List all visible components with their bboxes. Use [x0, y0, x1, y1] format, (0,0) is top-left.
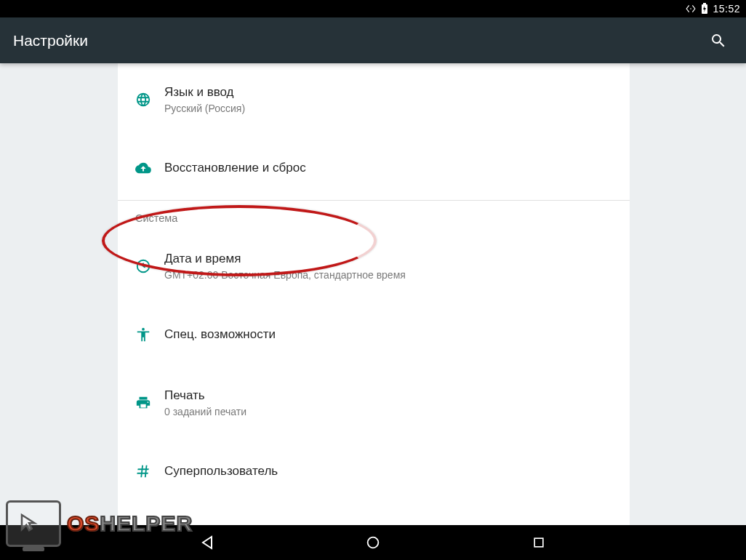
nav-back-button[interactable]	[190, 525, 225, 560]
recents-icon	[532, 535, 546, 550]
status-time: 15:52	[713, 3, 740, 15]
back-icon	[198, 534, 216, 551]
printer-icon	[135, 395, 164, 411]
item-accessibility[interactable]: Спец. возможности	[118, 303, 630, 367]
item-developer-options[interactable]: Для разработчиков	[118, 503, 630, 525]
item-language-input[interactable]: Язык и ввод Русский (Россия)	[118, 63, 630, 136]
item-superuser[interactable]: Суперпользователь	[118, 439, 630, 503]
svg-point-0	[691, 8, 692, 9]
search-icon	[710, 32, 727, 49]
nav-recents-button[interactable]	[521, 525, 556, 560]
item-date-time[interactable]: Дата и время GMT+02:00 Восточная Европа,…	[118, 230, 630, 303]
clock-icon	[135, 258, 164, 274]
settings-list: Язык и ввод Русский (Россия) Восстановле…	[118, 63, 630, 525]
item-label: Суперпользователь	[164, 463, 612, 479]
item-sublabel: Русский (Россия)	[164, 102, 612, 115]
item-label: Восстановление и сброс	[164, 160, 612, 176]
item-label: Язык и ввод	[164, 84, 612, 100]
battery-icon	[701, 3, 708, 15]
item-printing[interactable]: Печать 0 заданий печати	[118, 367, 630, 439]
item-sublabel: GMT+02:00 Восточная Европа, стандартное …	[164, 268, 612, 281]
page-title: Настройки	[13, 32, 88, 49]
hash-icon	[135, 463, 164, 479]
navigation-bar	[0, 525, 746, 560]
item-sublabel: 0 заданий печати	[164, 405, 612, 418]
home-icon	[365, 535, 381, 551]
item-label: Дата и время	[164, 251, 612, 267]
content-area: Язык и ввод Русский (Россия) Восстановле…	[0, 63, 746, 525]
svg-point-8	[368, 537, 379, 548]
search-button[interactable]	[704, 26, 733, 55]
ethernet-icon	[685, 4, 697, 14]
globe-icon	[135, 92, 164, 108]
section-system: Система	[118, 200, 630, 230]
nav-home-button[interactable]	[356, 525, 390, 560]
status-bar: 15:52	[0, 0, 746, 17]
svg-rect-9	[534, 538, 543, 547]
app-bar: Настройки	[0, 17, 746, 63]
svg-rect-2	[703, 3, 706, 4]
accessibility-icon	[135, 327, 164, 343]
item-label: Спец. возможности	[164, 327, 612, 343]
item-backup-reset[interactable]: Восстановление и сброс	[118, 136, 630, 200]
item-label: Печать	[164, 388, 612, 404]
svg-point-4	[142, 328, 145, 331]
cloud-upload-icon	[135, 160, 164, 176]
